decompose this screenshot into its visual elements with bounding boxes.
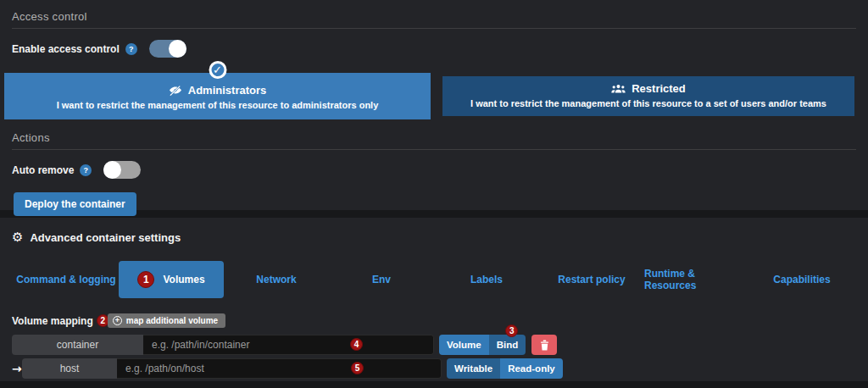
volume-container-row: container 4 3 Volume Bind — [12, 335, 856, 355]
advanced-settings-title: Advanced container settings — [30, 231, 181, 244]
volume-host-row: → host 5 Writable Read-only — [12, 358, 856, 379]
settings-tabs: Command & logging 1 Volumes Network Env … — [14, 261, 854, 298]
readonly-button[interactable]: Read-only — [500, 358, 563, 379]
annotation-badge-4: 4 — [350, 338, 363, 351]
tab-runtime-resources[interactable]: Runtime & Resources — [644, 261, 749, 298]
advanced-settings-card: ⚙ Advanced container settings Command & … — [0, 218, 868, 381]
volume-access-toggle-group: Writable Read-only — [447, 358, 563, 379]
volume-type-toggle-group: 3 Volume Bind — [439, 335, 526, 355]
auto-remove-row: Auto remove ? — [12, 161, 856, 179]
access-control-section-title: Access control — [12, 8, 856, 29]
arrow-right-icon: → — [12, 358, 22, 379]
ownership-options: ✓ Administrators I want to restrict the … — [4, 73, 854, 119]
writable-button[interactable]: Writable — [447, 358, 500, 379]
map-additional-volume-button[interactable]: + map additional volume — [108, 313, 225, 328]
plus-circle-icon: + — [113, 316, 122, 325]
help-icon[interactable]: ? — [80, 164, 92, 176]
bind-type-button[interactable]: Bind — [489, 335, 526, 355]
auto-remove-toggle[interactable] — [103, 161, 141, 179]
users-icon — [611, 84, 626, 94]
volume-mapping-title: Volume mapping — [12, 315, 93, 327]
volume-mapping-header: Volume mapping 2 + map additional volume — [12, 313, 856, 328]
enable-access-control-label: Enable access control — [12, 43, 120, 55]
ownership-option-administrators[interactable]: ✓ Administrators I want to restrict the … — [4, 73, 431, 119]
selected-check-icon: ✓ — [209, 61, 226, 79]
toggle-knob — [169, 40, 186, 58]
ownership-option-restricted[interactable]: Restricted I want to restrict the manage… — [442, 76, 854, 116]
enable-access-control-toggle[interactable] — [149, 40, 186, 58]
ownership-option-description: I want to restrict the management of thi… — [11, 100, 424, 110]
trash-icon — [540, 340, 549, 351]
tab-network[interactable]: Network — [224, 261, 329, 298]
deploy-container-button[interactable]: Deploy the container — [14, 192, 136, 216]
help-icon[interactable]: ? — [125, 43, 137, 55]
container-path-input[interactable] — [143, 335, 434, 355]
host-path-input[interactable] — [117, 358, 442, 379]
ownership-option-title: Administrators — [188, 84, 266, 97]
eye-slash-icon — [169, 85, 182, 96]
ownership-option-description: I want to restrict the management of thi… — [449, 98, 848, 108]
annotation-badge-5: 5 — [351, 362, 364, 374]
remove-volume-button[interactable] — [531, 335, 557, 355]
tab-labels[interactable]: Labels — [434, 261, 539, 298]
tab-capabilities[interactable]: Capabilities — [749, 261, 854, 298]
volume-type-button[interactable]: Volume — [439, 335, 489, 355]
access-control-card: Access control Enable access control ? ✓… — [0, 0, 868, 210]
tab-env[interactable]: Env — [329, 261, 434, 298]
gear-icon: ⚙ — [12, 231, 23, 244]
toggle-knob — [103, 161, 121, 179]
annotation-badge-1: 1 — [137, 271, 154, 288]
host-addon-label: host — [22, 358, 117, 379]
tab-restart-policy[interactable]: Restart policy — [539, 261, 644, 298]
actions-section-title: Actions — [12, 130, 856, 150]
container-addon-label: container — [12, 335, 143, 355]
tab-volumes[interactable]: 1 Volumes — [119, 261, 224, 298]
tab-command-logging[interactable]: Command & logging — [14, 261, 119, 298]
ownership-option-title: Restricted — [632, 82, 686, 95]
auto-remove-label: Auto remove — [12, 164, 74, 176]
enable-access-control-row: Enable access control ? — [12, 40, 856, 58]
advanced-settings-header: ⚙ Advanced container settings — [12, 218, 856, 244]
